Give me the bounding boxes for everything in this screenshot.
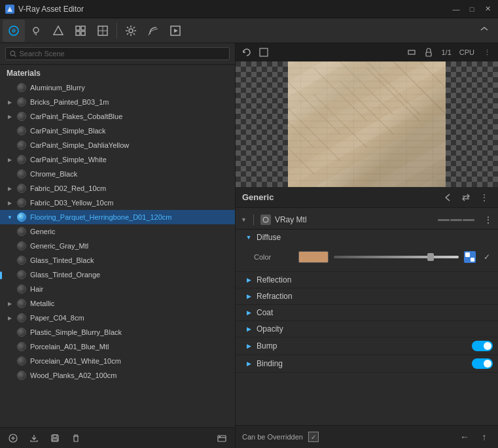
mat-expand-metallic: ▶: [7, 300, 13, 307]
mat-expand-carpaint-flakes: ▶: [7, 113, 13, 120]
bump-toggle[interactable]: [472, 341, 493, 351]
coat-section-row[interactable]: ▶ Coat: [236, 305, 498, 321]
color-swatch[interactable]: [298, 251, 329, 263]
mat-item-carpaint-black[interactable]: CarPaint_Simple_Black: [0, 124, 235, 138]
preview-sphere-button[interactable]: [257, 45, 271, 60]
render-elements-toolbar-button[interactable]: [92, 20, 114, 42]
mat-item-porcelain-blue[interactable]: Porcelain_A01_Blue_Mtl: [0, 339, 235, 354]
search-input[interactable]: [20, 50, 225, 58]
mat-expand-chrome: [7, 171, 13, 177]
override-label: Can be Overridden: [242, 433, 303, 441]
svg-line-40: [419, 61, 446, 114]
delete-button[interactable]: [68, 430, 84, 446]
mat-ball-wood: [17, 371, 26, 380]
binding-section-row[interactable]: ▶ Binding: [236, 355, 498, 373]
render-toolbar-button[interactable]: [164, 20, 187, 42]
color-checkmark-button[interactable]: ✓: [481, 251, 493, 263]
import-button[interactable]: [26, 430, 42, 446]
mat-ball-porcelain-blue: [17, 342, 26, 351]
settings-toolbar-button[interactable]: [120, 20, 142, 42]
mat-item-generic[interactable]: Generic: [0, 224, 235, 239]
right-panel: 1/1 CPU ⋮: [236, 43, 498, 448]
nav-up-arrow[interactable]: ↑: [477, 430, 491, 444]
mat-expand-paper: ▶: [7, 315, 13, 321]
mat-item-hair[interactable]: Hair: [0, 282, 235, 296]
mat-label-hair: Hair: [30, 285, 43, 293]
vray-material-more[interactable]: ⋮: [484, 215, 493, 225]
mat-item-carpaint-dahlia[interactable]: CarPaint_Simple_DahliaYellow: [0, 138, 235, 152]
mat-item-porcelain-white[interactable]: Porcelain_A01_White_10cm: [0, 354, 235, 368]
opacity-section-row[interactable]: ▶ Opacity: [236, 321, 498, 337]
mat-ball-carpaint-white: [17, 155, 26, 164]
environment-toolbar-button[interactable]: [142, 20, 164, 42]
add-material-button[interactable]: [5, 430, 21, 446]
mat-ball-flooring: [17, 213, 26, 222]
reflection-label: Reflection: [257, 275, 291, 284]
preview-ratio-button[interactable]: [404, 45, 419, 60]
bump-section-row[interactable]: ▶ Bump: [236, 337, 498, 355]
save-button[interactable]: [47, 430, 63, 446]
mat-item-fabric-d02[interactable]: ▶ Fabric_D02_Red_10cm: [0, 181, 235, 196]
nav-left-arrow[interactable]: ←: [457, 430, 472, 444]
minimize-button[interactable]: —: [451, 4, 461, 14]
opacity-expand-icon: ▶: [245, 325, 253, 333]
mat-item-paper-c04[interactable]: ▶ Paper_C04_8cm: [0, 311, 235, 325]
binding-toggle[interactable]: [472, 358, 493, 369]
browse-button[interactable]: [214, 430, 230, 446]
materials-section-header: Materials: [0, 65, 235, 80]
preview-checker-left: [236, 61, 288, 187]
mat-item-fabric-d03[interactable]: ▶ Fabric_D03_Yellow_10cm: [0, 196, 235, 210]
diffuse-header[interactable]: ▼ Diffuse: [236, 230, 498, 245]
preview-refresh-button[interactable]: [240, 45, 254, 60]
props-transfer-button[interactable]: [459, 190, 473, 205]
mat-item-glass-black[interactable]: Glass_Tinted_Black: [0, 253, 235, 267]
refraction-section-row[interactable]: ▶ Refraction: [236, 288, 498, 305]
mat-item-plastic-blurry[interactable]: Plastic_Simple_Blurry_Black: [0, 325, 235, 339]
preview-more-button[interactable]: ⋮: [480, 45, 494, 60]
props-more-button[interactable]: ⋮: [477, 190, 491, 205]
geometry-toolbar-button[interactable]: [47, 20, 69, 42]
svg-line-35: [288, 81, 340, 134]
title-bar: V-Ray Asset Editor — □ ✕: [0, 0, 498, 18]
color-slider[interactable]: [334, 256, 459, 258]
binding-label: Binding: [257, 359, 283, 368]
svg-rect-23: [52, 439, 58, 441]
mat-ball-generic: [17, 227, 26, 236]
diffuse-section: ▼ Diffuse Color: [236, 230, 498, 272]
materials-toolbar-button[interactable]: [3, 20, 25, 42]
refraction-expand-icon: ▶: [245, 292, 253, 300]
override-checkbox[interactable]: ✓: [308, 432, 319, 442]
textures-toolbar-button[interactable]: [69, 20, 92, 42]
mat-ball-chrome: [17, 169, 26, 179]
title-bar-left: V-Ray Asset Editor: [5, 5, 84, 14]
mat-expand-carpaint-black: [7, 128, 13, 134]
expand-toolbar-button[interactable]: [473, 20, 495, 42]
maximize-button[interactable]: □: [467, 4, 477, 14]
color-grid-button[interactable]: [464, 251, 476, 263]
mat-item-aluminum-blurry[interactable]: Aluminum_Blurry: [0, 80, 235, 95]
preview-lock-button[interactable]: [421, 45, 436, 60]
mat-expand-wood: [7, 372, 13, 379]
lights-toolbar-button[interactable]: [25, 20, 47, 42]
mat-item-glass-orange[interactable]: Glass_Tinted_Orange: [0, 267, 235, 282]
mat-item-chrome-black[interactable]: Chrome_Black: [0, 167, 235, 181]
search-input-wrap[interactable]: [5, 47, 230, 60]
preview-image: [288, 61, 446, 187]
mat-item-carpaint-flakes[interactable]: ▶ CarPaint_Flakes_CobaltBlue: [0, 109, 235, 124]
close-button[interactable]: ✕: [482, 4, 493, 14]
svg-marker-15: [174, 29, 178, 33]
diffuse-arrow-icon: ▼: [245, 233, 253, 241]
svg-line-36: [314, 68, 367, 121]
mat-item-flooring-parquet[interactable]: ▼ Flooring_Parquet_Herringbone_D01_120cm: [0, 210, 235, 224]
mat-item-generic-gray[interactable]: Generic_Gray_Mtl: [0, 239, 235, 253]
vray-expand-arrow[interactable]: ▼: [241, 216, 247, 223]
mat-item-bricks-painted[interactable]: ▶ Bricks_Painted_B03_1m: [0, 95, 235, 109]
props-back-button[interactable]: [440, 190, 455, 205]
mat-item-metallic[interactable]: ▶ Metallic: [0, 296, 235, 311]
mat-item-wood-planks[interactable]: Wood_Planks_A02_100cm: [0, 368, 235, 383]
search-bar: [0, 43, 235, 65]
reflection-section-row[interactable]: ▶ Reflection: [236, 272, 498, 288]
mat-item-carpaint-white[interactable]: ▶ CarPaint_Simple_White: [0, 152, 235, 167]
mat-ball-hair: [17, 284, 26, 294]
mat-ball-carpaint-black: [17, 126, 26, 135]
